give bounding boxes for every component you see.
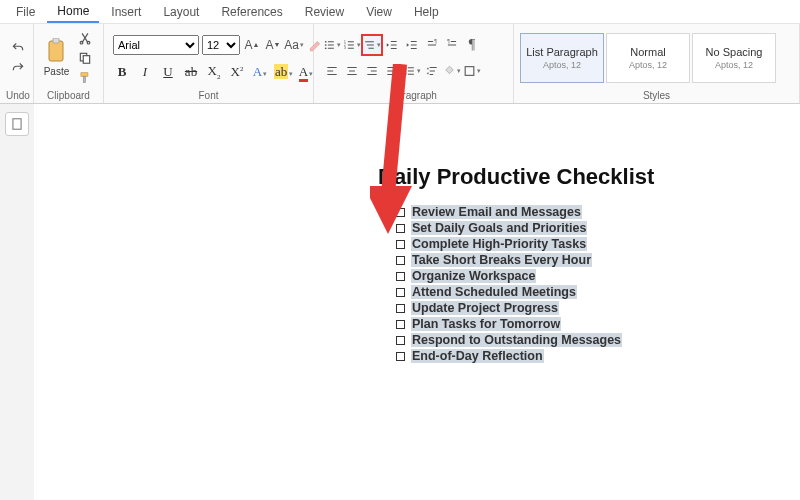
menu-file[interactable]: File [6, 2, 45, 22]
multilevel-list-button[interactable]: ▾ [363, 36, 381, 54]
subscript-button[interactable]: X2 [205, 63, 223, 81]
align-center-button[interactable] [343, 62, 361, 80]
underline-button[interactable]: U [159, 64, 177, 80]
list-item[interactable]: Organize Workspace [396, 268, 800, 284]
align-right-button[interactable] [363, 62, 381, 80]
show-marks-button[interactable]: ¶ [463, 36, 481, 54]
cut-button[interactable] [76, 29, 94, 47]
checkbox-icon [396, 304, 405, 313]
document-page: Daily Productive Checklist Review Email … [324, 134, 800, 364]
style-list-paragraph[interactable]: List Paragraph Aptos, 12 [520, 33, 604, 83]
bullet-list-button[interactable]: ▾ [323, 36, 341, 54]
menu-help[interactable]: Help [404, 2, 449, 22]
group-label-styles: Styles [520, 89, 793, 103]
justify-button[interactable] [383, 62, 401, 80]
list-item[interactable]: Attend Scheduled Meetings [396, 284, 800, 300]
shrink-font-button[interactable]: A▼ [264, 36, 282, 54]
checkbox-icon [396, 336, 405, 345]
group-label-undo: Undo [6, 89, 27, 103]
list-item[interactable]: Plan Tasks for Tomorrow [396, 316, 800, 332]
left-sidebar [0, 104, 34, 500]
app-body: Daily Productive Checklist Review Email … [0, 104, 800, 500]
bold-button[interactable]: B [113, 64, 131, 80]
svg-point-3 [87, 41, 90, 44]
copy-button[interactable] [76, 49, 94, 67]
strikethrough-button[interactable]: ab [182, 64, 200, 80]
svg-text:¶: ¶ [447, 39, 450, 44]
list-item[interactable]: Respond to Outstanding Messages [396, 332, 800, 348]
list-item[interactable]: End-of-Day Reflection [396, 348, 800, 364]
svg-point-9 [325, 44, 327, 46]
list-item[interactable]: Complete High-Priority Tasks [396, 236, 800, 252]
svg-rect-16 [465, 66, 474, 75]
font-size-select[interactable]: 12 [202, 35, 240, 55]
svg-text:¶: ¶ [434, 39, 437, 44]
group-label-paragraph: Paragraph [320, 89, 507, 103]
style-normal[interactable]: Normal Aptos, 12 [606, 33, 690, 83]
checkbox-icon [396, 320, 405, 329]
svg-point-10 [325, 47, 327, 49]
superscript-button[interactable]: X2 [228, 64, 246, 80]
list-item[interactable]: Set Daily Goals and Priorities [396, 220, 800, 236]
highlight-button[interactable]: ab▾ [274, 64, 292, 80]
svg-rect-17 [13, 119, 21, 130]
number-list-button[interactable]: 123▾ [343, 36, 361, 54]
checkbox-icon [396, 240, 405, 249]
align-left-button[interactable] [323, 62, 341, 80]
menu-review[interactable]: Review [295, 2, 354, 22]
menu-insert[interactable]: Insert [101, 2, 151, 22]
checkbox-icon [396, 288, 405, 297]
svg-point-2 [80, 41, 83, 44]
group-styles: List Paragraph Aptos, 12 Normal Aptos, 1… [514, 24, 800, 103]
line-spacing-button[interactable]: ▾ [403, 62, 421, 80]
borders-button[interactable]: ▾ [463, 62, 481, 80]
list-item[interactable]: Update Project Progress [396, 300, 800, 316]
svg-rect-7 [83, 76, 85, 82]
menu-view[interactable]: View [356, 2, 402, 22]
grow-font-button[interactable]: A▲ [243, 36, 261, 54]
shading-button[interactable]: ▾ [443, 62, 461, 80]
checkbox-icon [396, 352, 405, 361]
svg-point-8 [325, 40, 327, 42]
sidebar-pages-tab[interactable] [5, 112, 29, 136]
menu-references[interactable]: References [211, 2, 292, 22]
list-item[interactable]: Review Email and Messages [396, 204, 800, 220]
checkbox-icon [396, 256, 405, 265]
sort-button[interactable] [423, 62, 441, 80]
menu-home[interactable]: Home [47, 1, 99, 23]
group-font: Arial 12 A▲ A▼ Aa▾ B I U ab X2 X2 A▾ ab▾… [104, 24, 314, 103]
change-case-button[interactable]: Aa▾ [285, 36, 303, 54]
undo-button[interactable] [9, 39, 27, 57]
ltr-button[interactable]: ¶ [423, 36, 441, 54]
paste-button[interactable]: Paste [40, 31, 73, 85]
group-clipboard: Paste Clipboard [34, 24, 104, 103]
group-label-clipboard: Clipboard [40, 89, 97, 103]
style-no-spacing[interactable]: No Spacing Aptos, 12 [692, 33, 776, 83]
menu-bar: File Home Insert Layout References Revie… [0, 0, 800, 24]
group-undo: Undo [0, 24, 34, 103]
svg-rect-5 [83, 55, 89, 63]
menu-layout[interactable]: Layout [153, 2, 209, 22]
checklist: Review Email and Messages Set Daily Goal… [396, 204, 800, 364]
text-effects-button[interactable]: A▾ [251, 64, 269, 80]
checkbox-icon [396, 224, 405, 233]
decrease-indent-button[interactable] [383, 36, 401, 54]
format-painter-button[interactable] [76, 69, 94, 87]
italic-button[interactable]: I [136, 64, 154, 80]
rtl-button[interactable]: ¶ [443, 36, 461, 54]
checkbox-icon [396, 208, 405, 217]
list-item[interactable]: Take Short Breaks Every Hour [396, 252, 800, 268]
svg-rect-6 [81, 72, 88, 76]
svg-rect-1 [53, 38, 59, 43]
group-label-font: Font [110, 89, 307, 103]
group-paragraph: ▾ 123▾ ▾ ¶ ¶ [314, 24, 514, 103]
document-canvas[interactable]: Daily Productive Checklist Review Email … [34, 104, 800, 500]
increase-indent-button[interactable] [403, 36, 421, 54]
font-name-select[interactable]: Arial [113, 35, 199, 55]
redo-button[interactable] [9, 59, 27, 77]
page-title: Daily Productive Checklist [378, 164, 800, 190]
font-color-button[interactable]: A▾ [297, 64, 315, 80]
svg-text:3: 3 [344, 46, 346, 50]
svg-rect-0 [49, 41, 63, 61]
checkbox-icon [396, 272, 405, 281]
